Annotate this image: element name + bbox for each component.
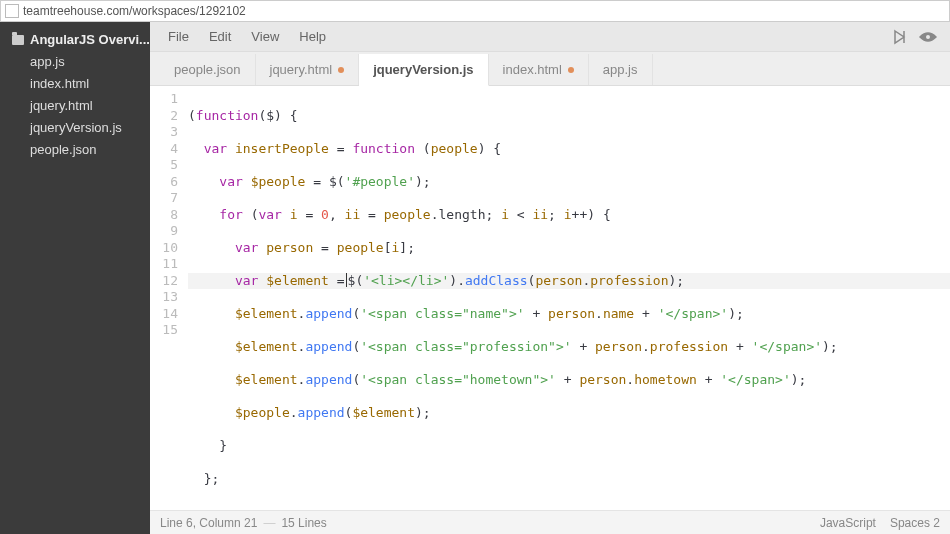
indent-mode[interactable]: Spaces 2: [890, 516, 940, 530]
language-mode[interactable]: JavaScript: [820, 516, 876, 530]
modified-dot-icon: [338, 67, 344, 73]
tab-label: people.json: [174, 62, 241, 77]
sidebar-file[interactable]: jquery.html: [0, 95, 150, 117]
tab-app-js[interactable]: app.js: [589, 54, 653, 85]
tab-label: app.js: [603, 62, 638, 77]
page-icon: [5, 4, 19, 18]
url-text: teamtreehouse.com/workspaces/1292102: [23, 4, 246, 18]
url-bar[interactable]: teamtreehouse.com/workspaces/1292102: [0, 0, 950, 22]
project-header[interactable]: AngularJS Overvi...: [0, 28, 150, 51]
sidebar-file[interactable]: jqueryVersion.js: [0, 117, 150, 139]
main: File Edit View Help people.json jquery.h…: [150, 22, 950, 534]
sidebar-file[interactable]: people.json: [0, 139, 150, 161]
tabbar: people.json jquery.html jqueryVersion.js…: [150, 52, 950, 86]
tab-label: jquery.html: [270, 62, 333, 77]
statusbar: Line 6, Column 21 — 15 Lines JavaScript …: [150, 510, 950, 534]
tab-jqueryversion-js[interactable]: jqueryVersion.js: [359, 54, 488, 86]
code-area[interactable]: (function($) { var insertPeople = functi…: [186, 86, 950, 510]
run-icon[interactable]: [886, 26, 914, 48]
menu-file[interactable]: File: [158, 25, 199, 48]
tab-index-html[interactable]: index.html: [489, 54, 589, 85]
tab-label: index.html: [503, 62, 562, 77]
menu-view[interactable]: View: [241, 25, 289, 48]
modified-dot-icon: [568, 67, 574, 73]
line-count: 15 Lines: [281, 516, 326, 530]
sidebar-file[interactable]: index.html: [0, 73, 150, 95]
folder-icon: [12, 35, 24, 45]
gutter: 1234 5678 9101112 131415: [150, 86, 186, 510]
menu-edit[interactable]: Edit: [199, 25, 241, 48]
project-name: AngularJS Overvi...: [30, 32, 150, 47]
tab-label: jqueryVersion.js: [373, 62, 473, 77]
tab-jquery-html[interactable]: jquery.html: [256, 54, 360, 85]
editor[interactable]: 1234 5678 9101112 131415 (function($) { …: [150, 86, 950, 510]
tab-people-json[interactable]: people.json: [160, 54, 256, 85]
separator: —: [263, 516, 275, 530]
menubar: File Edit View Help: [150, 22, 950, 52]
preview-icon[interactable]: [914, 26, 942, 48]
sidebar-file[interactable]: app.js: [0, 51, 150, 73]
sidebar: AngularJS Overvi... app.js index.html jq…: [0, 22, 150, 534]
svg-point-0: [926, 35, 930, 39]
cursor-position: Line 6, Column 21: [160, 516, 257, 530]
workspace: AngularJS Overvi... app.js index.html jq…: [0, 22, 950, 534]
menu-help[interactable]: Help: [289, 25, 336, 48]
